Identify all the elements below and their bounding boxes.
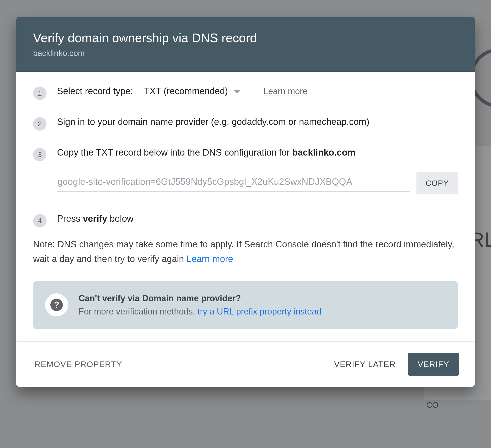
info-panel-title: Can't verify via Domain name provider? <box>79 292 321 305</box>
footer-left: REMOVE PROPERTY <box>32 355 331 374</box>
url-prefix-property-link[interactable]: try a URL prefix property instead <box>198 307 321 317</box>
dialog-title: Verify domain ownership via DNS record <box>33 31 458 45</box>
step-3-content: Copy the TXT record below into the DNS c… <box>57 147 458 194</box>
learn-more-link[interactable]: Learn more <box>187 254 233 264</box>
step-3-prefix: Copy the TXT record below into the DNS c… <box>57 147 292 158</box>
step-badge-3: 3 <box>33 148 47 161</box>
step-4-bold: verify <box>83 214 107 224</box>
dns-note-text: Note: DNS changes may take some time to … <box>33 239 454 264</box>
dns-note: Note: DNS changes may take some time to … <box>33 237 458 266</box>
step-4-suffix: below <box>107 214 133 224</box>
verify-ownership-dialog: Verify domain ownership via DNS record b… <box>16 17 475 387</box>
info-panel-text: Can't verify via Domain name provider? F… <box>79 292 321 318</box>
step-badge-4: 4 <box>33 214 47 227</box>
verify-later-button[interactable]: VERIFY LATER <box>331 355 398 374</box>
step-4: 4 Press verify below <box>33 214 458 227</box>
step-3-domain: backlinko.com <box>292 147 356 158</box>
dialog-footer: REMOVE PROPERTY VERIFY LATER VERIFY <box>16 341 475 387</box>
step-4-prefix: Press <box>57 214 83 224</box>
step-2-text: Sign in to your domain name provider (e.… <box>57 117 458 127</box>
copy-button[interactable]: COPY <box>416 172 458 194</box>
info-panel-prefix: For more verification methods, <box>79 307 198 317</box>
verify-button[interactable]: VERIFY <box>408 353 459 376</box>
learn-more-link[interactable]: Learn more <box>264 86 308 96</box>
txt-record-row: COPY <box>57 172 458 194</box>
step-4-text: Press verify below <box>57 214 458 224</box>
alternate-verification-panel: ? Can't verify via Domain name provider?… <box>33 281 458 330</box>
chevron-down-icon <box>233 90 240 94</box>
step-badge-1: 1 <box>33 86 47 100</box>
step-3-instruction: Copy the TXT record below into the DNS c… <box>57 147 458 158</box>
txt-record-input[interactable] <box>57 175 410 192</box>
step-1-label: Select record type: <box>57 86 133 96</box>
record-type-dropdown[interactable]: TXT (recommended) <box>144 86 240 96</box>
dialog-body: 1 Select record type: TXT (recommended) … <box>16 72 475 341</box>
dialog-subtitle: backlinko.com <box>33 48 458 58</box>
step-3: 3 Copy the TXT record below into the DNS… <box>33 147 458 194</box>
step-1: 1 Select record type: TXT (recommended) … <box>33 86 458 100</box>
help-icon: ? <box>50 299 63 311</box>
step-badge-2: 2 <box>33 117 47 131</box>
record-type-selected: TXT (recommended) <box>144 86 228 96</box>
help-icon-circle: ? <box>45 293 68 317</box>
dialog-header: Verify domain ownership via DNS record b… <box>16 17 475 72</box>
remove-property-button[interactable]: REMOVE PROPERTY <box>32 355 125 374</box>
step-1-content: Select record type: TXT (recommended) Le… <box>57 86 458 96</box>
step-2: 2 Sign in to your domain name provider (… <box>33 117 458 131</box>
